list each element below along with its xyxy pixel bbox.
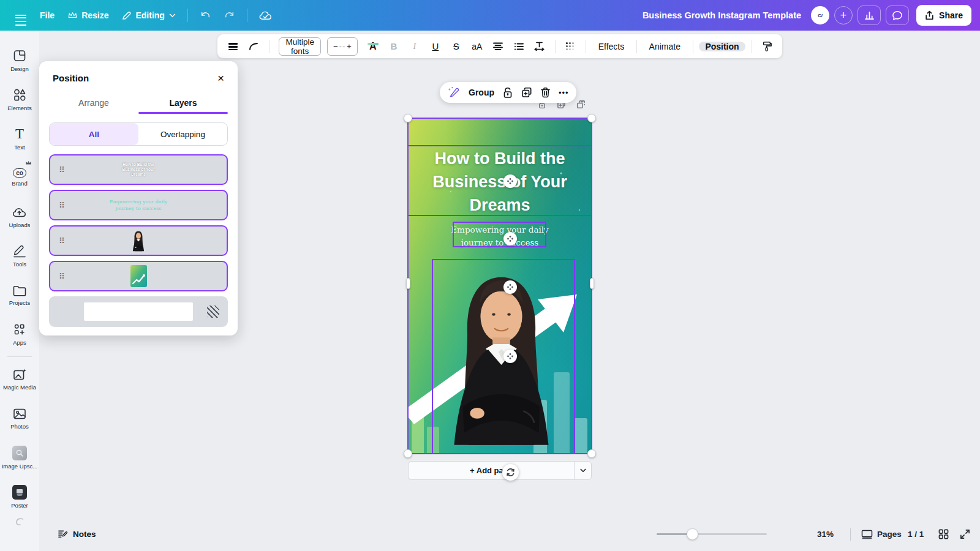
zoom-slider-thumb[interactable] <box>687 528 698 540</box>
resize-handle-bottom-right[interactable] <box>587 449 596 458</box>
drag-handle-icon[interactable]: ⠿ <box>59 166 65 174</box>
selection-toolbar: Group ••• <box>440 82 576 103</box>
topbar-separator <box>187 9 188 22</box>
element-drag-handle[interactable] <box>503 232 517 246</box>
sidebar-item-photos[interactable]: Photos <box>0 399 39 438</box>
zoom-slider[interactable] <box>657 533 767 535</box>
design-page[interactable]: How to Build the Business of Your Dreams… <box>408 118 592 454</box>
stroke-weight-icon[interactable] <box>224 37 242 56</box>
sidebar-item-projects[interactable]: Projects <box>0 276 39 315</box>
resize-handle-top-right[interactable] <box>587 114 596 122</box>
add-page-above-icon[interactable] <box>576 100 586 109</box>
layer-row-chart-graphic[interactable]: ⠿ <box>49 261 228 291</box>
text-color-swatch <box>368 43 379 45</box>
add-page-dropdown-button[interactable] <box>574 461 592 480</box>
duplicate-icon[interactable] <box>521 87 532 98</box>
comments-button[interactable] <box>886 6 909 25</box>
sidebar-item-design[interactable]: Design <box>0 40 39 80</box>
effects-button[interactable]: Effects <box>592 42 631 51</box>
transparency-icon[interactable] <box>561 37 579 56</box>
pages-view-button[interactable]: Pages <box>861 530 902 539</box>
magic-edit-icon[interactable] <box>447 86 461 99</box>
woman-photo[interactable] <box>435 261 567 454</box>
resize-handle-top-left[interactable] <box>404 114 412 122</box>
underline-button[interactable]: U <box>426 37 445 56</box>
delete-trash-icon[interactable] <box>540 87 551 98</box>
pages-icon <box>861 530 873 539</box>
animate-button[interactable]: Animate <box>643 42 687 51</box>
element-drag-handle[interactable] <box>503 174 517 188</box>
drag-handle-icon[interactable]: ⠿ <box>59 201 65 209</box>
text-case-button[interactable]: aA <box>468 37 486 56</box>
element-drag-handle[interactable] <box>503 280 517 294</box>
panel-tabs: Arrange Layers <box>49 92 228 114</box>
font-family-selector[interactable]: Multiple fonts <box>279 37 321 56</box>
sidebar-item-apps[interactable]: Apps <box>0 315 39 354</box>
rotate-handle[interactable] <box>502 464 519 481</box>
sidebar-item-image-upscaler[interactable]: Image Upsc... <box>0 438 39 477</box>
copy-style-roller-icon[interactable] <box>758 37 776 56</box>
position-button[interactable]: Position <box>699 42 745 51</box>
bold-button[interactable]: B <box>385 37 403 56</box>
sidebar-item-tools[interactable]: Tools <box>0 236 39 276</box>
redo-button[interactable] <box>224 10 235 20</box>
sidebar-item-uploads[interactable]: Uploads <box>0 197 39 236</box>
main-menu-button[interactable] <box>15 12 26 18</box>
add-member-button[interactable]: + <box>834 6 853 24</box>
resize-handle-bottom-left[interactable] <box>404 449 412 458</box>
resize-button[interactable]: Resize <box>68 10 108 20</box>
design-title-text[interactable]: How to Build the Business of Your Dreams <box>408 147 592 217</box>
crown-icon <box>68 12 77 19</box>
fullscreen-icon[interactable] <box>960 529 970 539</box>
design-subtitle-text[interactable]: Empowering your daily journey to success <box>408 223 592 249</box>
text-align-icon[interactable] <box>489 37 507 56</box>
grid-view-icon[interactable] <box>938 529 949 539</box>
resize-handle-right[interactable] <box>590 278 594 289</box>
add-page-button[interactable]: + Add page <box>408 461 574 480</box>
document-title[interactable]: Business Growth Instagram Template <box>643 10 801 20</box>
text-color-button[interactable]: A <box>364 37 382 56</box>
strikethrough-button[interactable]: S <box>447 37 466 56</box>
group-button[interactable]: Group <box>469 88 494 97</box>
chevron-down-icon <box>169 13 176 18</box>
insights-button[interactable] <box>858 6 881 25</box>
close-icon[interactable]: × <box>217 72 224 84</box>
layer-thumbnail-chart-graphic <box>130 265 147 287</box>
drag-handle-icon[interactable]: ⠿ <box>59 272 65 280</box>
resize-handle-left[interactable] <box>406 278 410 289</box>
font-size-value[interactable]: -- <box>339 42 346 51</box>
undo-button[interactable] <box>200 10 211 20</box>
notes-button[interactable]: Notes <box>58 530 96 539</box>
editing-mode-button[interactable]: Editing <box>122 10 175 20</box>
italic-button[interactable]: I <box>405 37 424 56</box>
letter-spacing-icon[interactable] <box>530 37 549 56</box>
tab-layers[interactable]: Layers <box>138 92 228 114</box>
layer-row-page-background[interactable] <box>49 296 228 327</box>
upload-cloud-icon <box>12 206 27 219</box>
sidebar-item-text[interactable]: T Text <box>0 119 39 158</box>
tab-arrange[interactable]: Arrange <box>49 92 138 114</box>
filter-overlapping-button[interactable]: Overlapping <box>138 123 227 145</box>
font-size-decrease-button[interactable]: − <box>333 42 338 51</box>
file-menu-button[interactable]: File <box>40 10 55 20</box>
layers-filter: All Overlapping <box>49 122 228 146</box>
font-size-increase-button[interactable]: + <box>347 42 352 51</box>
zoom-percentage[interactable]: 31% <box>817 530 834 539</box>
more-options-icon[interactable]: ••• <box>559 88 569 97</box>
layer-row-title-text[interactable]: ⠿ How to Build theBusiness of YourDreams <box>49 154 228 185</box>
sidebar-item-elements[interactable]: Elements <box>0 80 39 119</box>
user-avatar[interactable]: C/ <box>811 6 829 24</box>
filter-all-button[interactable]: All <box>50 123 138 145</box>
share-button[interactable]: Share <box>916 5 971 26</box>
element-drag-handle[interactable] <box>503 350 517 363</box>
layer-row-subtitle-text[interactable]: ⠿ Empowering your dailyjourney to succes… <box>49 190 228 220</box>
sidebar-item-brand[interactable]: co Brand <box>0 158 39 197</box>
bullet-list-icon[interactable] <box>510 37 528 56</box>
layer-row-woman-photo[interactable]: ⠿ <box>49 225 228 256</box>
drag-handle-icon[interactable]: ⠿ <box>59 237 65 245</box>
sidebar-item-magic-media[interactable]: Magic Media <box>0 359 39 399</box>
curve-icon[interactable] <box>244 37 263 56</box>
cloud-save-status-icon[interactable] <box>259 10 272 21</box>
lock-icon[interactable] <box>502 87 513 99</box>
sidebar-item-poster[interactable]: Poster <box>0 477 39 516</box>
